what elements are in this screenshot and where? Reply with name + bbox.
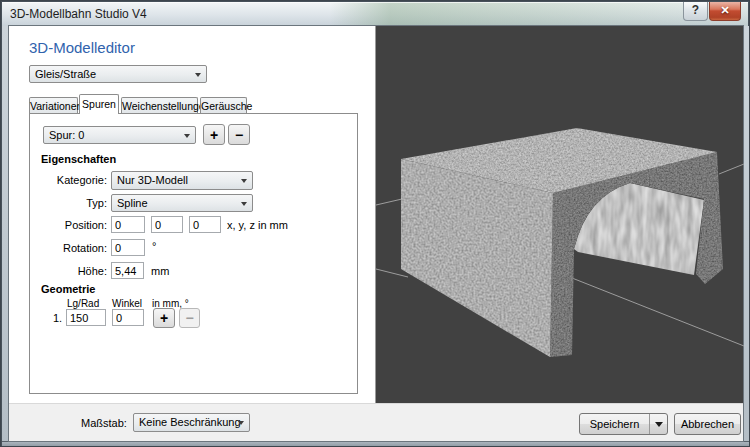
hoehe-label: Höhe: bbox=[9, 265, 107, 277]
position-z-field[interactable] bbox=[189, 216, 221, 233]
massstab-select[interactable]: Keine Beschränkung bbox=[133, 413, 250, 432]
footer-bar: Maßstab: Keine Beschränkung Speichern Ab… bbox=[9, 403, 743, 441]
window-border-left bbox=[2, 26, 9, 441]
tab-weichenstellungen[interactable]: Weichenstellungen bbox=[121, 97, 198, 113]
massstab-value: Keine Beschränkung bbox=[139, 416, 241, 428]
window-border-bottom bbox=[2, 441, 750, 447]
hoehe-field[interactable] bbox=[111, 262, 144, 279]
kategorie-select[interactable]: Nur 3D-Modell bbox=[111, 171, 253, 190]
help-icon: ? bbox=[684, 2, 707, 19]
geometrie-col-winkel: Winkel bbox=[112, 298, 142, 309]
massstab-label: Maßstab: bbox=[81, 417, 127, 429]
close-button[interactable]: ✕ bbox=[709, 2, 741, 21]
close-icon: ✕ bbox=[710, 2, 740, 19]
tab-variationen[interactable]: Variationen bbox=[29, 97, 78, 113]
geometrie-remove-button[interactable]: − bbox=[179, 308, 200, 328]
save-button-label: Speichern bbox=[590, 418, 640, 430]
position-x-field[interactable] bbox=[111, 216, 145, 233]
3d-viewport[interactable] bbox=[375, 26, 743, 403]
spur-remove-button[interactable]: − bbox=[228, 124, 250, 145]
dialog-heading: 3D-Modelleditor bbox=[29, 39, 135, 56]
help-button[interactable]: ? bbox=[683, 2, 708, 21]
typ-label: Typ: bbox=[9, 197, 107, 209]
title-bar[interactable]: 3D-Modellbahn Studio V4 ? ✕ bbox=[2, 2, 748, 26]
cancel-button-label: Abbrechen bbox=[681, 418, 734, 430]
chevron-down-icon bbox=[195, 73, 201, 77]
kategorie-value: Nur 3D-Modell bbox=[117, 174, 188, 186]
rotation-label: Rotation: bbox=[9, 242, 107, 254]
rotation-field[interactable] bbox=[111, 239, 145, 256]
typ-select[interactable]: Spline bbox=[111, 194, 253, 212]
app-window: 3D-Modellbahn Studio V4 ? ✕ 3D-Modelledi… bbox=[0, 0, 750, 447]
rotation-unit: ° bbox=[152, 240, 156, 252]
kategorie-label: Kategorie: bbox=[9, 174, 107, 186]
window-border-right bbox=[743, 26, 750, 441]
save-dropdown-arrow[interactable] bbox=[649, 414, 667, 434]
tab-spuren[interactable]: Spuren bbox=[79, 94, 119, 114]
save-button[interactable]: Speichern bbox=[579, 413, 668, 435]
model-type-value: Gleis/Straße bbox=[35, 68, 96, 80]
chevron-down-icon bbox=[238, 421, 244, 425]
spur-select[interactable]: Spur: 0 bbox=[43, 126, 196, 144]
geometrie-col-lgrad: Lg/Rad bbox=[67, 298, 99, 309]
tab-geraeusche[interactable]: Geräusche bbox=[200, 97, 247, 113]
position-unit: x, y, z in mm bbox=[227, 219, 288, 231]
chevron-down-icon bbox=[184, 134, 190, 138]
position-y-field[interactable] bbox=[151, 216, 183, 233]
geometrie-row-index: 1. bbox=[53, 312, 62, 324]
dialog-client-area: 3D-Modelleditor Gleis/Straße Variationen… bbox=[9, 26, 743, 441]
typ-value: Spline bbox=[117, 197, 148, 209]
geometrie-add-button[interactable]: + bbox=[153, 308, 175, 328]
position-label: Position: bbox=[9, 219, 107, 231]
window-title: 3D-Modellbahn Studio V4 bbox=[10, 7, 147, 21]
eigenschaften-heading: Eigenschaften bbox=[41, 153, 116, 165]
cancel-button[interactable]: Abbrechen bbox=[674, 413, 741, 435]
chevron-down-icon bbox=[241, 179, 247, 183]
hoehe-unit: mm bbox=[151, 265, 169, 277]
model-type-select[interactable]: Gleis/Straße bbox=[29, 65, 207, 83]
spur-add-button[interactable]: + bbox=[203, 124, 225, 145]
geometrie-heading: Geometrie bbox=[41, 283, 95, 295]
geometrie-winkel-field[interactable] bbox=[112, 309, 144, 326]
3d-scene bbox=[376, 26, 744, 403]
tunnel-left-face bbox=[401, 159, 553, 357]
chevron-down-icon bbox=[241, 202, 247, 206]
geometrie-lgrad-field[interactable] bbox=[66, 309, 106, 326]
spur-select-value: Spur: 0 bbox=[49, 129, 84, 141]
